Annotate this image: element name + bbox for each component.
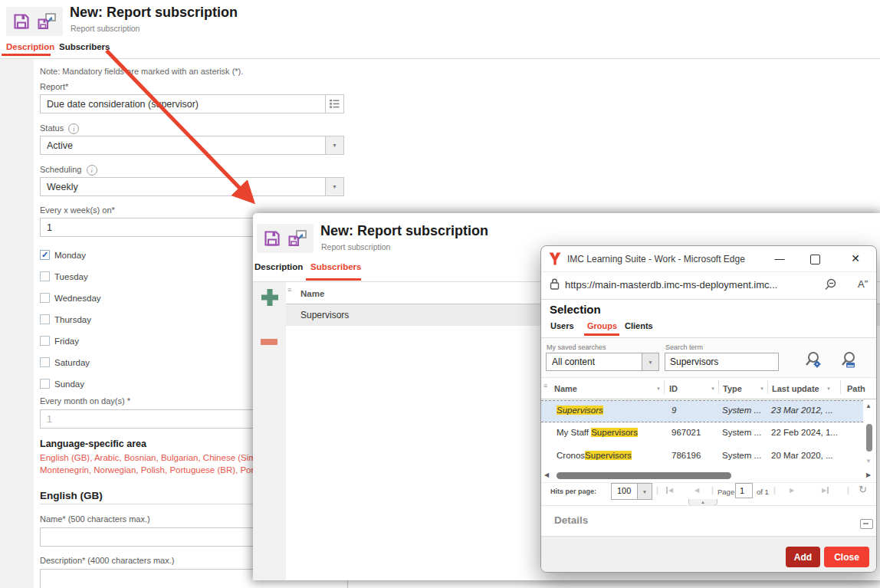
separator: |: [847, 485, 849, 494]
filter-icon[interactable]: ▼: [656, 386, 661, 391]
vertical-scrollbar-thumb[interactable]: [866, 424, 872, 452]
group-last-update: 22 Feb 2024, 1...: [771, 428, 838, 437]
close-button[interactable]: ✕: [848, 252, 863, 266]
table-row[interactable]: CronosSupervisors 786196 System ... 20 M…: [541, 446, 863, 468]
column-menu-icon[interactable]: ≡: [287, 286, 291, 294]
url-text[interactable]: https://main-masterdb.imc-ms-deployment.…: [565, 279, 818, 291]
column-header-type[interactable]: Type: [723, 384, 742, 393]
column-menu-icon[interactable]: ≡: [543, 382, 547, 389]
column-separator: [664, 380, 665, 394]
checkbox-saturday[interactable]: ✓: [40, 357, 50, 367]
filter-icon[interactable]: ▼: [711, 386, 715, 391]
group-type: System ...: [722, 406, 761, 415]
tab-users[interactable]: Users: [550, 321, 574, 330]
chevron-down-icon[interactable]: ▼: [637, 484, 652, 499]
details-divider: [541, 505, 876, 506]
checkbox-label: Wednesday: [54, 294, 101, 303]
group-name: Supervisors: [557, 406, 603, 415]
close-button[interactable]: Close: [824, 547, 869, 567]
scroll-right-icon[interactable]: ▶: [866, 472, 871, 478]
add-subscriber-icon[interactable]: [261, 289, 278, 306]
column-header-name[interactable]: Name: [554, 384, 577, 393]
imc-logo-icon: [549, 252, 561, 265]
scroll-up-icon[interactable]: ▲: [865, 403, 872, 409]
lock-icon[interactable]: [550, 278, 560, 290]
page-subtitle: Report subscription: [71, 24, 140, 33]
scheduling-select-value[interactable]: [40, 177, 327, 196]
saved-searches-select[interactable]: All content ▼: [546, 353, 659, 371]
save-and-exit-icon[interactable]: [287, 229, 307, 248]
checkbox-thursday[interactable]: ✓: [40, 314, 50, 324]
collapse-details-icon[interactable]: [860, 519, 873, 529]
pagination-divider: [541, 482, 876, 483]
column-separator: [767, 380, 768, 394]
tabs-divider: [0, 58, 880, 59]
checkbox-tuesday[interactable]: ✓: [40, 271, 50, 281]
tab-description[interactable]: Description: [6, 42, 54, 51]
minimize-button[interactable]: —: [768, 253, 791, 267]
chevron-down-icon[interactable]: ▼: [642, 353, 658, 370]
tab-subscribers[interactable]: Subscribers: [59, 42, 110, 51]
language-area-heading: Language-specific area: [40, 439, 146, 449]
save-icon[interactable]: [12, 12, 31, 31]
resize-caret-icon: ▲: [701, 500, 705, 504]
tab-clients[interactable]: Clients: [625, 321, 653, 330]
search-settings-icon[interactable]: [803, 350, 823, 370]
group-id: 967021: [671, 428, 701, 437]
next-page-icon[interactable]: ▶: [790, 487, 794, 494]
save-icon[interactable]: [263, 229, 281, 248]
checkbox-friday[interactable]: ✓: [40, 336, 50, 346]
tab-groups[interactable]: Groups: [587, 321, 617, 330]
status-select-value[interactable]: [40, 136, 327, 155]
group-name: My Staff Supervisors: [557, 428, 638, 437]
scheduling-dropdown-button[interactable]: ▼: [325, 177, 344, 196]
previous-page-icon[interactable]: ◀: [694, 487, 699, 494]
scheduling-info-icon[interactable]: i: [87, 165, 97, 176]
checkbox-wednesday[interactable]: ✓: [40, 293, 50, 303]
status-info-icon[interactable]: i: [68, 123, 79, 134]
saved-search-list-icon[interactable]: [839, 350, 859, 370]
report-browse-button[interactable]: [325, 94, 344, 113]
chevron-down-icon: ▼: [332, 184, 337, 189]
column-header-last-update[interactable]: Last update: [772, 384, 819, 393]
table-row[interactable]: My Staff Supervisors 967021 System ... 2…: [541, 423, 863, 445]
refresh-icon[interactable]: ↻: [859, 484, 867, 495]
checkbox-monday[interactable]: ✓: [40, 250, 50, 260]
add-button[interactable]: Add: [786, 547, 820, 567]
hits-per-page-select[interactable]: 100 ▼: [611, 483, 652, 500]
scroll-down-icon[interactable]: ▼: [865, 458, 872, 465]
filter-icon[interactable]: ▼: [826, 386, 831, 391]
page-label: Page: [717, 488, 734, 496]
table-row-selected[interactable]: Supervisors 9 System ... 23 Mar 2012, ..…: [541, 400, 863, 422]
language-links-line2[interactable]: Montenegrin, Norwegian, Polish, Portugue…: [40, 465, 261, 475]
checkbox-label: Friday: [54, 337, 79, 346]
checkbox-label: Thursday: [54, 315, 91, 324]
horizontal-scrollbar-thumb[interactable]: [557, 472, 731, 479]
column-header-id[interactable]: ID: [669, 384, 678, 393]
list-select-icon: [330, 100, 340, 108]
remove-subscriber-icon[interactable]: [261, 339, 277, 345]
subscriber-name: Supervisors: [300, 310, 349, 320]
search-term-input[interactable]: [665, 353, 779, 371]
report-label: Report*: [40, 82, 68, 91]
zoom-out-icon[interactable]: [823, 278, 837, 291]
active-tab-underline: [2, 54, 51, 56]
read-aloud-icon[interactable]: A”: [858, 278, 868, 290]
filter-icon[interactable]: ▼: [760, 386, 764, 391]
language-links-line1[interactable]: English (GB), Arabic, Bosnian, Bulgarian…: [40, 453, 261, 462]
last-page-icon[interactable]: ▶​: [822, 487, 829, 494]
maximize-button[interactable]: [810, 255, 820, 264]
save-and-exit-icon[interactable]: [37, 12, 57, 31]
scroll-left-icon[interactable]: ◀: [544, 472, 549, 478]
page-number-input[interactable]: [735, 483, 753, 498]
checkbox-sunday[interactable]: ✓: [40, 379, 50, 389]
tab-description[interactable]: Description: [254, 262, 303, 271]
status-dropdown-button[interactable]: ▼: [325, 136, 344, 155]
report-input[interactable]: [40, 94, 327, 113]
tab-subscribers[interactable]: Subscribers: [310, 262, 361, 271]
name-column-header[interactable]: Name: [300, 289, 324, 298]
first-page-icon[interactable]: ◀: [666, 487, 673, 494]
checkbox-label: Sunday: [54, 379, 84, 389]
column-header-path[interactable]: Path: [847, 384, 865, 393]
saved-searches-value: All content: [552, 356, 595, 367]
